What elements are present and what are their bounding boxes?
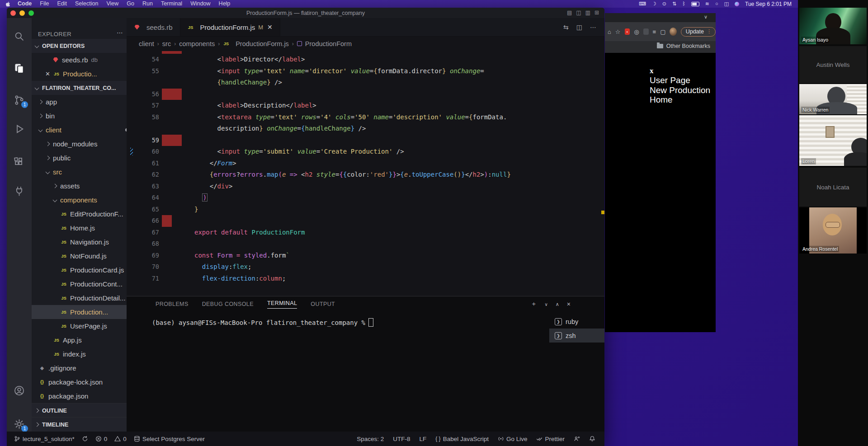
status-utf-8[interactable]: UTF-8 (393, 436, 410, 442)
siri-icon[interactable] (735, 2, 739, 6)
code-line-66[interactable]: 66 (127, 215, 604, 227)
code-line-60[interactable]: 60 <input type='submit' value='Create Pr… (127, 146, 604, 158)
open-editor-Productio...[interactable]: ✕JSProductio...M (32, 67, 127, 81)
code-line-70[interactable]: 70 display:flex; (127, 261, 604, 273)
code-line-67[interactable]: 67export default ProductionForm (127, 227, 604, 239)
tree-item-editproductionf-[interactable]: JSEditProductionF... (32, 207, 127, 221)
tree-item-productioncard-js[interactable]: JSProductionCard.js (32, 263, 127, 277)
tree-item-production-[interactable]: JSProduction...M (32, 305, 127, 319)
code-line-wrap[interactable]: description} onChange={handleChange} /> (127, 123, 604, 135)
record-icon[interactable]: ⊙ (662, 0, 666, 8)
extension-dark-icon[interactable] (643, 28, 649, 35)
code-line-wrap[interactable]: {handleChange} /> (127, 77, 604, 89)
tree-item-package-lock-json[interactable]: {}package-lock.json (32, 375, 127, 389)
breadcrumb-src[interactable]: src (162, 40, 171, 47)
menu-item-help[interactable]: Help (215, 0, 235, 8)
code-line-68[interactable]: 68 (127, 238, 604, 250)
status-check[interactable]: Prettier (536, 436, 565, 442)
code-line-55[interactable]: 55 <input type='text' name='director' va… (127, 66, 604, 77)
toggle-panel-icon[interactable]: ▤ (567, 9, 572, 16)
page-link-x[interactable]: x (650, 66, 710, 75)
tree-item-public[interactable]: public (32, 151, 127, 165)
tree-item-node-modules[interactable]: node_modules (32, 137, 127, 151)
people-icon[interactable]: ⇅ (672, 0, 676, 8)
shell-item-ruby[interactable]: ❯ruby (549, 315, 604, 329)
breadcrumb-client[interactable]: client (139, 40, 154, 47)
other-bookmarks-button[interactable]: Other Bookmarks (657, 43, 710, 49)
activity-run-debug-icon[interactable] (13, 123, 25, 135)
menu-item-view[interactable]: View (102, 0, 123, 8)
close-icon[interactable]: ✕ (45, 70, 50, 77)
status-feedback[interactable] (574, 436, 580, 442)
tree-item-package-json[interactable]: {}package.json (32, 389, 127, 403)
terminal-content[interactable]: (base) aysan@FISs-MacBook-Pro flatiron_t… (152, 318, 373, 327)
keyboard-icon[interactable]: ⌨ (639, 0, 646, 8)
menu-item-file[interactable]: File (36, 0, 53, 8)
activity-search-icon[interactable] (13, 30, 25, 42)
tree-item-client[interactable]: client (32, 123, 127, 137)
status-bell[interactable] (589, 436, 595, 442)
status-broadcast[interactable]: Go Live (498, 436, 528, 442)
close-panel-icon[interactable]: × (567, 300, 571, 308)
panel-tab-problems[interactable]: PROBLEMS (156, 301, 189, 307)
code-line-63[interactable]: 63 </div> (127, 181, 604, 192)
participant-tile-austin-wells[interactable]: Austin Wells (799, 46, 867, 83)
tree-item-assets[interactable]: assets (32, 179, 127, 193)
tab-search-chevron-icon[interactable]: ∨ (704, 14, 708, 20)
wifi-icon[interactable]: ≋ (705, 0, 709, 8)
moon-icon[interactable]: ☽ (652, 0, 656, 8)
code-line-71[interactable]: 71 flex-direction:column; (127, 273, 604, 285)
code-line-65[interactable]: 65} (127, 204, 604, 216)
participant-tile-nick-warren[interactable]: Nick Warren (799, 84, 867, 114)
menu-item-window[interactable]: Window (186, 0, 214, 8)
tree-item-notfound-js[interactable]: JSNotFound.js (32, 249, 127, 263)
activity-remote-icon[interactable] (13, 185, 25, 197)
status-sync[interactable] (82, 436, 88, 442)
profile-avatar[interactable] (670, 28, 676, 36)
toggle-secondary-icon[interactable]: ▥ (585, 9, 590, 16)
vscode-title-bar[interactable]: ProductionForm.js — flatiron_theater_com… (7, 8, 604, 18)
extension-red-icon[interactable]: ▪ (625, 28, 630, 35)
tree-item--gitignore[interactable]: ◆.gitignore (32, 361, 127, 375)
bluetooth-icon[interactable]: ᛒ (682, 0, 685, 8)
menu-item-run[interactable]: Run (138, 0, 157, 8)
activity-explorer-icon[interactable] (13, 62, 25, 75)
tree-item-bin[interactable]: bin (32, 109, 127, 123)
menu-item-selection[interactable]: Selection (71, 0, 102, 8)
activity-source-control-icon[interactable]: 1 (13, 94, 25, 106)
update-button[interactable]: Update ⋮ (681, 27, 716, 37)
code-line-54[interactable]: 54 <label>Director</label> (127, 54, 604, 66)
tree-item-productioncont-[interactable]: JSProductionCont... (32, 277, 127, 291)
extension-target-icon[interactable]: ◎ (634, 28, 639, 35)
status-braces[interactable]: { }Babel JavaScript (435, 436, 489, 442)
open-editor-seeds.rb[interactable]: seeds.rbdb (32, 53, 127, 67)
shell-item-zsh[interactable]: ❯zsh (549, 329, 604, 343)
participant-tile-aysan-isayo[interactable]: Aysan Isayo (799, 8, 867, 44)
battery-icon[interactable] (691, 2, 699, 6)
status-lf[interactable]: LF (420, 436, 427, 442)
extension-lines-icon[interactable]: ≡ (653, 28, 656, 35)
split-editor-icon[interactable]: ◫ (576, 23, 582, 31)
breadcrumb-components[interactable]: components (179, 40, 215, 47)
panel-tab-debug-console[interactable]: DEBUG CONSOLE (202, 301, 254, 307)
menu-clock[interactable]: Tue Sep 6 2:01 PM (745, 1, 792, 7)
open-editors-header[interactable]: OPEN EDITORS (32, 39, 127, 53)
tree-item-productiondetail-[interactable]: JSProductionDetail... (32, 291, 127, 305)
spotlight-icon[interactable]: ○ (715, 0, 718, 8)
menu-item-go[interactable]: Go (123, 0, 138, 8)
code-line-64[interactable]: 64 ) (127, 192, 604, 204)
new-terminal-icon[interactable]: ＋ (530, 300, 537, 308)
maximize-panel-icon[interactable]: ∧ (556, 301, 559, 307)
menu-app-name[interactable]: Code (14, 0, 36, 8)
editor-tab-productionform.js[interactable]: JSProductionForm.jsM✕ (180, 18, 280, 36)
apple-icon[interactable] (5, 1, 11, 7)
close-tab-icon[interactable]: ✕ (267, 23, 273, 31)
section-timeline[interactable]: TIMELINE (32, 417, 127, 432)
section-outline[interactable]: OUTLINE (32, 403, 127, 418)
tree-item-app[interactable]: app (32, 95, 127, 109)
tree-item-src[interactable]: src (32, 165, 127, 179)
toggle-sidebar-icon[interactable]: ◫ (576, 9, 581, 16)
participant-tile-andrea-rosentel[interactable]: Andrea Rosentel (799, 207, 867, 254)
status-error[interactable]: 0 (95, 436, 108, 442)
editor-tab-seeds.rb[interactable]: seeds.rb (127, 18, 180, 36)
